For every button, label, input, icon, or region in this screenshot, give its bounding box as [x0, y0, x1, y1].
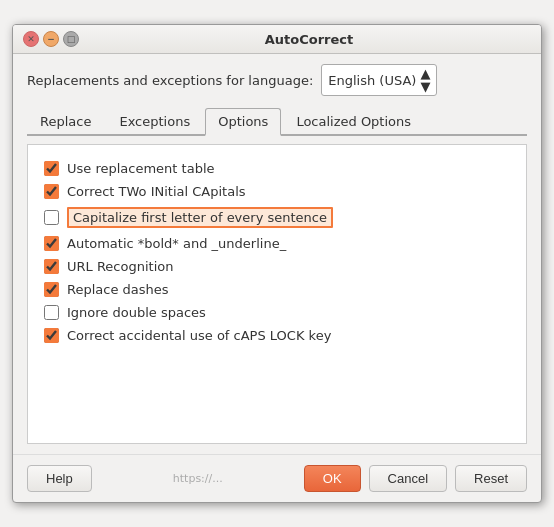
- option-replace-dashes: Replace dashes: [42, 278, 512, 301]
- checkbox-automatic-bold[interactable]: [44, 236, 59, 251]
- tab-localized-options[interactable]: Localized Options: [283, 108, 424, 136]
- watermark: https://...: [92, 472, 304, 485]
- language-row: Replacements and exceptions for language…: [27, 64, 527, 96]
- help-button[interactable]: Help: [27, 465, 92, 492]
- label-capitalize-first-letter[interactable]: Capitalize first letter of every sentenc…: [67, 207, 333, 228]
- option-ignore-double-spaces: Ignore double spaces: [42, 301, 512, 324]
- language-label: Replacements and exceptions for language…: [27, 73, 313, 88]
- dialog-footer: Help https://... OK Cancel Reset: [13, 454, 541, 502]
- maximize-button[interactable]: □: [63, 31, 79, 47]
- option-correct-two-initials: Correct TWo INitial CApitals: [42, 180, 512, 203]
- option-automatic-bold: Automatic *bold* and _underline_: [42, 232, 512, 255]
- language-value: English (USA): [328, 73, 416, 88]
- checkbox-correct-two-initials[interactable]: [44, 184, 59, 199]
- footer-right: OK Cancel Reset: [304, 465, 527, 492]
- label-url-recognition[interactable]: URL Recognition: [67, 259, 173, 274]
- window-controls: ✕ − □: [23, 31, 79, 47]
- language-arrow-icon: ▲ ▼: [420, 67, 430, 93]
- checkbox-correct-caps-lock[interactable]: [44, 328, 59, 343]
- checkbox-ignore-double-spaces[interactable]: [44, 305, 59, 320]
- close-button[interactable]: ✕: [23, 31, 39, 47]
- tab-options[interactable]: Options: [205, 108, 281, 136]
- option-url-recognition: URL Recognition: [42, 255, 512, 278]
- label-use-replacement-table[interactable]: Use replacement table: [67, 161, 215, 176]
- option-capitalize-first-letter: Capitalize first letter of every sentenc…: [42, 203, 512, 232]
- checkbox-replace-dashes[interactable]: [44, 282, 59, 297]
- options-panel: Use replacement table Correct TWo INitia…: [27, 144, 527, 444]
- label-correct-two-initials[interactable]: Correct TWo INitial CApitals: [67, 184, 246, 199]
- cancel-button[interactable]: Cancel: [369, 465, 447, 492]
- tab-bar: Replace Exceptions Options Localized Opt…: [27, 106, 527, 136]
- label-ignore-double-spaces[interactable]: Ignore double spaces: [67, 305, 206, 320]
- label-correct-caps-lock[interactable]: Correct accidental use of cAPS LOCK key: [67, 328, 331, 343]
- footer-left: Help: [27, 465, 92, 492]
- dialog-title: AutoCorrect: [87, 32, 531, 47]
- autocorrect-dialog: ✕ − □ AutoCorrect Replacements and excep…: [12, 24, 542, 503]
- tab-exceptions[interactable]: Exceptions: [106, 108, 203, 136]
- option-correct-caps-lock: Correct accidental use of cAPS LOCK key: [42, 324, 512, 347]
- checkbox-use-replacement-table[interactable]: [44, 161, 59, 176]
- label-automatic-bold[interactable]: Automatic *bold* and _underline_: [67, 236, 286, 251]
- ok-button[interactable]: OK: [304, 465, 361, 492]
- dialog-body: Replacements and exceptions for language…: [13, 54, 541, 454]
- titlebar: ✕ − □ AutoCorrect: [13, 25, 541, 54]
- checkbox-capitalize-first-letter[interactable]: [44, 210, 59, 225]
- checkbox-url-recognition[interactable]: [44, 259, 59, 274]
- tab-replace[interactable]: Replace: [27, 108, 104, 136]
- reset-button[interactable]: Reset: [455, 465, 527, 492]
- language-select[interactable]: English (USA) ▲ ▼: [321, 64, 437, 96]
- minimize-button[interactable]: −: [43, 31, 59, 47]
- label-replace-dashes[interactable]: Replace dashes: [67, 282, 169, 297]
- option-use-replacement-table: Use replacement table: [42, 157, 512, 180]
